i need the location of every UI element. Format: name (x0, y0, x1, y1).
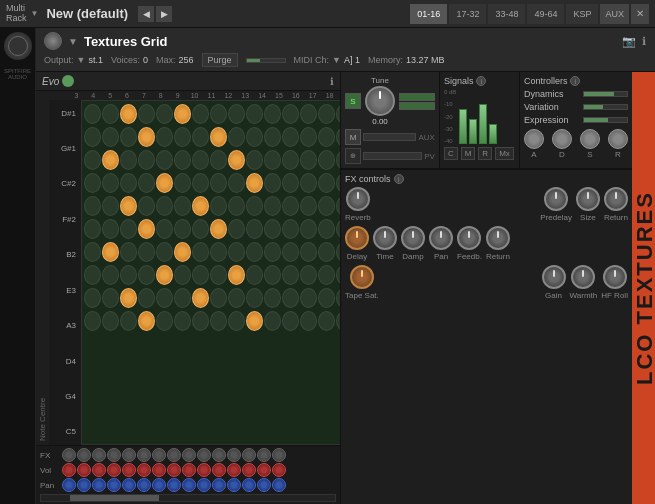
grid-cell-9-13[interactable] (318, 311, 335, 331)
grid-cell-5-8[interactable] (228, 219, 245, 239)
grid-cell-7-8[interactable] (228, 265, 245, 285)
grid-cell-9-9[interactable] (246, 311, 263, 331)
fx-knob-3[interactable] (92, 448, 106, 462)
info-icon[interactable]: ℹ (641, 34, 647, 49)
grid-cell-8-4[interactable] (156, 288, 173, 308)
tape-knob[interactable] (350, 265, 374, 289)
grid-cell-9-6[interactable] (192, 311, 209, 331)
grid-cell-2-8[interactable] (228, 150, 245, 170)
vol-knob-4[interactable] (107, 463, 121, 477)
grid-cell-4-5[interactable] (174, 196, 191, 216)
pan-knob-8[interactable] (167, 478, 181, 492)
grid-cell-6-12[interactable] (300, 242, 317, 262)
grid-cell-6-2[interactable] (120, 242, 137, 262)
grid-cell-0-4[interactable] (156, 104, 173, 124)
tab-aux[interactable]: AUX (600, 4, 629, 24)
warmth-knob[interactable] (571, 265, 595, 289)
grid-cell-1-8[interactable] (228, 127, 245, 147)
controllers-info-icon[interactable]: i (570, 76, 580, 86)
grid-cell-3-13[interactable] (318, 173, 335, 193)
tab-ksp[interactable]: KSP (566, 4, 598, 24)
output-dropdown-icon[interactable]: ▼ (77, 55, 86, 65)
grid-cell-2-13[interactable] (318, 150, 335, 170)
fx-knob-7[interactable] (152, 448, 166, 462)
grid-cell-4-10[interactable] (264, 196, 281, 216)
grid-cell-9-1[interactable] (102, 311, 119, 331)
grid-cell-8-7[interactable] (210, 288, 227, 308)
grid-cell-5-3[interactable] (138, 219, 155, 239)
grid-cell-7-0[interactable] (84, 265, 101, 285)
pan-knob-15[interactable] (272, 478, 286, 492)
grid-cell-6-0[interactable] (84, 242, 101, 262)
hfroll-knob[interactable] (603, 265, 627, 289)
fx-knob-5[interactable] (122, 448, 136, 462)
grid-cell-2-7[interactable] (210, 150, 227, 170)
vol-knob-7[interactable] (152, 463, 166, 477)
fx-knob-8[interactable] (167, 448, 181, 462)
grid-cell-6-9[interactable] (246, 242, 263, 262)
return-knob[interactable] (604, 187, 628, 211)
size-knob[interactable] (576, 187, 600, 211)
grid-cell-6-13[interactable] (318, 242, 335, 262)
grid-cell-6-5[interactable] (174, 242, 191, 262)
grid-cell-4-14[interactable] (336, 196, 340, 216)
grid-cell-2-6[interactable] (192, 150, 209, 170)
adsr-a-knob[interactable] (524, 129, 544, 149)
grid-cell-6-8[interactable] (228, 242, 245, 262)
fx-knob-12[interactable] (227, 448, 241, 462)
adsr-d-knob[interactable] (552, 129, 572, 149)
grid-cell-2-0[interactable] (84, 150, 101, 170)
fx-knob-15[interactable] (272, 448, 286, 462)
grid-cell-8-13[interactable] (318, 288, 335, 308)
mx-button[interactable]: Mx (495, 147, 514, 160)
vol-knob-13[interactable] (242, 463, 256, 477)
grid-cell-8-1[interactable] (102, 288, 119, 308)
reverb-knob[interactable] (346, 187, 370, 211)
grid-cell-1-0[interactable] (84, 127, 101, 147)
grid-cell-5-9[interactable] (246, 219, 263, 239)
fx-knob-13[interactable] (242, 448, 256, 462)
vol-knob-6[interactable] (137, 463, 151, 477)
grid-cell-9-7[interactable] (210, 311, 227, 331)
grid-cell-4-11[interactable] (282, 196, 299, 216)
fx-knob-2[interactable] (77, 448, 91, 462)
grid-cell-4-12[interactable] (300, 196, 317, 216)
grid-cell-2-14[interactable] (336, 150, 340, 170)
grid-cell-1-1[interactable] (102, 127, 119, 147)
grid-cell-8-12[interactable] (300, 288, 317, 308)
vol-knob-10[interactable] (197, 463, 211, 477)
pan-knob-9[interactable] (182, 478, 196, 492)
grid-cell-8-6[interactable] (192, 288, 209, 308)
grid-cell-0-3[interactable] (138, 104, 155, 124)
s-button[interactable]: S (345, 93, 361, 109)
grid-cell-6-1[interactable] (102, 242, 119, 262)
grid-cell-5-1[interactable] (102, 219, 119, 239)
pan-knob-6[interactable] (137, 478, 151, 492)
grid-cell-0-6[interactable] (192, 104, 209, 124)
grid-cell-7-14[interactable] (336, 265, 340, 285)
grid-cell-1-6[interactable] (192, 127, 209, 147)
pan-knob-3[interactable] (92, 478, 106, 492)
grid-cell-5-0[interactable] (84, 219, 101, 239)
m-ctrl-button[interactable]: M (461, 147, 476, 160)
grid-cell-1-3[interactable] (138, 127, 155, 147)
vol-knob-15[interactable] (272, 463, 286, 477)
grid-cell-7-10[interactable] (264, 265, 281, 285)
fx-knob-11[interactable] (212, 448, 226, 462)
grid-cell-3-6[interactable] (192, 173, 209, 193)
vol-knob-11[interactable] (212, 463, 226, 477)
grid-cell-9-3[interactable] (138, 311, 155, 331)
pan-knob-13[interactable] (242, 478, 256, 492)
predelay-knob[interactable] (544, 187, 568, 211)
gain-knob[interactable] (542, 265, 566, 289)
grid-cell-2-10[interactable] (264, 150, 281, 170)
grid-cell-8-9[interactable] (246, 288, 263, 308)
nav-next-button[interactable]: ▶ (156, 6, 172, 22)
grid-cell-0-7[interactable] (210, 104, 227, 124)
delay-knob[interactable] (345, 226, 369, 250)
grid-cell-6-14[interactable] (336, 242, 340, 262)
fx-knob-10[interactable] (197, 448, 211, 462)
grid-cell-6-11[interactable] (282, 242, 299, 262)
tab-17-32[interactable]: 17-32 (449, 4, 486, 24)
signals-info-icon[interactable]: i (476, 76, 486, 86)
